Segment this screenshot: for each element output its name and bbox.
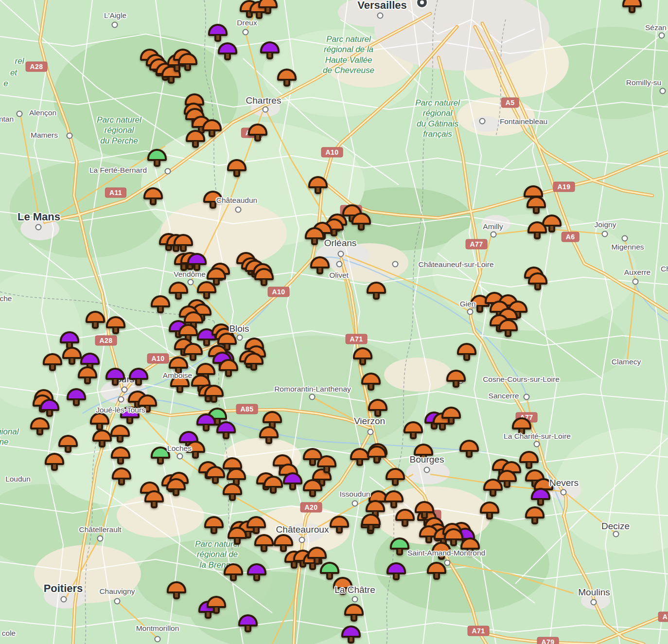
orange-mushroom-marker[interactable] [76, 365, 99, 386]
orange-mushroom-marker[interactable] [482, 477, 504, 499]
mushroom-cap-icon [390, 537, 409, 550]
road-badge-a71: A71 [468, 626, 490, 636]
city-label: Loudun [5, 475, 31, 483]
city-dot [613, 531, 619, 537]
orange-mushroom-marker[interactable] [205, 594, 228, 616]
orange-mushroom-marker[interactable] [316, 454, 338, 475]
orange-mushroom-marker[interactable] [226, 525, 248, 547]
orange-mushroom-marker[interactable] [306, 545, 328, 567]
purple-mushroom-marker[interactable] [259, 40, 281, 61]
purple-mushroom-marker[interactable] [127, 366, 150, 388]
orange-mushroom-marker[interactable] [184, 128, 207, 150]
city-label: Châteauroux [276, 524, 329, 535]
orange-mushroom-marker[interactable] [217, 358, 240, 379]
orange-mushroom-marker[interactable] [226, 158, 248, 179]
orange-mushroom-marker[interactable] [440, 405, 462, 427]
city-label: La Ferté-Bernard [89, 166, 147, 175]
mushroom-cap-icon [361, 373, 381, 385]
mushroom-cap-icon [105, 368, 125, 380]
orange-mushroom-marker[interactable] [621, 0, 643, 15]
mushroom-stem-icon [356, 460, 363, 466]
orange-mushroom-marker[interactable] [352, 346, 374, 367]
mushroom-cap-icon [353, 347, 372, 359]
orange-mushroom-marker[interactable] [110, 466, 133, 487]
park-label: Parc naturelrégional de laHaute Valléede… [323, 34, 374, 75]
purple-mushroom-marker[interactable] [340, 624, 362, 644]
orange-mushroom-marker[interactable] [526, 220, 548, 241]
mushroom-stem-icon [73, 400, 80, 406]
orange-mushroom-marker[interactable] [43, 451, 66, 473]
orange-mushroom-marker[interactable] [309, 255, 331, 276]
city-dot [114, 598, 121, 605]
purple-mushroom-marker[interactable] [215, 420, 237, 441]
city-label: Poitiers [44, 582, 83, 595]
orange-mushroom-marker[interactable] [303, 226, 326, 247]
orange-mushroom-marker[interactable] [243, 351, 265, 373]
orange-mushroom-marker[interactable] [402, 420, 424, 441]
purple-mushroom-marker[interactable] [281, 471, 304, 492]
orange-mushroom-marker[interactable] [456, 341, 478, 363]
orange-mushroom-marker[interactable] [384, 466, 406, 488]
orange-mushroom-marker[interactable] [257, 0, 279, 16]
green-mushroom-marker[interactable] [146, 147, 168, 169]
orange-mushroom-marker[interactable] [365, 280, 387, 302]
orange-mushroom-marker[interactable] [84, 309, 106, 331]
orange-mushroom-marker[interactable] [276, 67, 298, 89]
orange-mushroom-marker[interactable] [262, 474, 284, 496]
orange-mushroom-marker[interactable] [203, 383, 225, 405]
orange-mushroom-marker[interactable] [246, 122, 269, 143]
mushroom-stem-icon [261, 280, 267, 286]
orange-mushroom-marker[interactable] [350, 211, 372, 233]
orange-mushroom-marker[interactable] [109, 423, 131, 445]
mushroom-stem-icon [118, 479, 125, 485]
orange-mushroom-marker[interactable] [497, 318, 519, 339]
purple-mushroom-marker[interactable] [65, 387, 88, 408]
orange-mushroom-marker[interactable] [176, 52, 199, 73]
mushroom-cap-icon [258, 0, 278, 8]
road-badge-a7: A7 [658, 612, 668, 622]
orange-mushroom-marker[interactable] [328, 514, 351, 536]
purple-mushroom-marker[interactable] [385, 561, 407, 582]
orange-mushroom-marker[interactable] [41, 352, 64, 373]
orange-mushroom-marker[interactable] [524, 505, 546, 526]
orange-mushroom-marker[interactable] [343, 602, 365, 624]
orange-mushroom-marker[interactable] [29, 416, 51, 437]
mushroom-stem-icon [533, 208, 540, 214]
city-dot [235, 207, 242, 213]
orange-mushroom-marker[interactable] [149, 294, 172, 315]
orange-mushroom-marker[interactable] [458, 438, 480, 460]
mushroom-stem-icon [453, 381, 459, 388]
orange-mushroom-marker[interactable] [258, 425, 280, 446]
orange-mushroom-marker[interactable] [527, 271, 549, 292]
orange-mushroom-marker[interactable] [366, 444, 388, 465]
orange-mushroom-marker[interactable] [445, 368, 467, 390]
mushroom-cap-icon [247, 563, 266, 575]
mushroom-cap-icon [111, 447, 130, 459]
orange-mushroom-marker[interactable] [105, 315, 127, 336]
purple-mushroom-marker[interactable] [104, 366, 126, 388]
orange-mushroom-marker[interactable] [142, 186, 164, 207]
orange-mushroom-marker[interactable] [360, 512, 382, 534]
purple-mushroom-marker[interactable] [246, 562, 268, 583]
orange-mushroom-marker[interactable] [203, 515, 225, 536]
orange-mushroom-marker[interactable] [478, 500, 501, 521]
orange-mushroom-marker[interactable] [253, 267, 275, 288]
orange-mushroom-marker[interactable] [360, 371, 382, 393]
mushroom-stem-icon [504, 482, 510, 488]
orange-mushroom-marker[interactable] [165, 477, 187, 498]
purple-mushroom-marker[interactable] [237, 613, 259, 634]
orange-mushroom-marker[interactable] [221, 482, 244, 503]
road-badge-a10: A10 [268, 287, 290, 297]
mushroom-stem-icon [410, 433, 417, 439]
orange-mushroom-marker[interactable] [165, 580, 188, 601]
city-label: Issoudun [340, 490, 370, 499]
mushroom-stem-icon [233, 171, 240, 177]
orange-mushroom-marker[interactable] [307, 175, 329, 196]
orange-mushroom-marker[interactable] [301, 478, 324, 499]
mushroom-cap-icon [244, 353, 264, 365]
orange-mushroom-marker[interactable] [109, 445, 132, 466]
orange-mushroom-marker[interactable] [222, 562, 245, 583]
orange-mushroom-marker[interactable] [425, 560, 448, 582]
purple-mushroom-marker[interactable] [216, 41, 239, 62]
map-canvas[interactable]: Parc naturelrégionaldu PercheParc nature… [0, 0, 668, 644]
